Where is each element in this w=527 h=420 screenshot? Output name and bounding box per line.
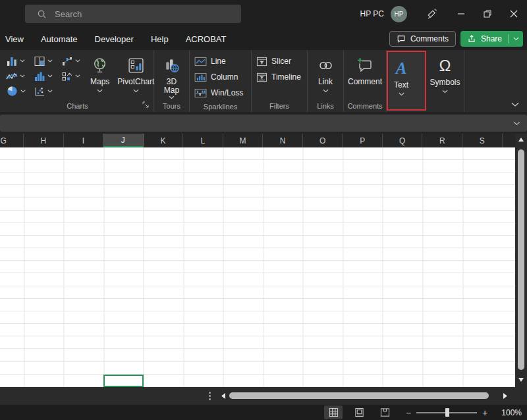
page-layout-view-button[interactable] — [350, 406, 368, 419]
group-comments: Comment Comments — [344, 50, 387, 112]
column-header-I[interactable]: I — [64, 134, 104, 147]
chevron-down-icon — [323, 89, 329, 93]
scroll-right-icon[interactable] — [503, 393, 507, 399]
link-button[interactable]: Link — [314, 52, 338, 99]
column-header-L[interactable]: L — [183, 134, 223, 147]
globe-icon — [91, 55, 109, 76]
links-group-label: Links — [317, 102, 334, 110]
comments-group-label: Comments — [347, 102, 382, 110]
page-break-preview-button[interactable] — [375, 406, 394, 419]
zoom-level[interactable]: 100% — [497, 408, 522, 417]
sparkline-column-button[interactable]: Column — [192, 69, 246, 85]
share-split-divider — [508, 34, 509, 43]
scrollbar-resize-handle[interactable] — [208, 390, 212, 402]
selected-cell[interactable] — [103, 375, 144, 387]
slicer-button[interactable]: Slicer — [254, 53, 304, 69]
sparkline-line-label: Line — [211, 57, 226, 66]
group-charts: Maps PivotChart Charts — [1, 50, 154, 112]
share-button[interactable]: Share — [460, 31, 523, 47]
scroll-up-icon[interactable] — [518, 138, 524, 142]
horizontal-scrollbar-thumb[interactable] — [229, 392, 489, 399]
comments-button-label: Comments — [410, 34, 449, 43]
comment-button[interactable]: Comment — [344, 52, 386, 99]
column-header-H[interactable]: H — [24, 134, 64, 147]
maps-button[interactable]: Maps — [86, 52, 113, 99]
insert-scatter-chart-button[interactable] — [31, 84, 59, 99]
insert-hierarchy-chart-button[interactable] — [31, 53, 59, 68]
column-header-Q[interactable]: Q — [383, 134, 423, 147]
column-header-R[interactable]: R — [423, 134, 463, 147]
column-headers: GHIJKLMNOPQRS — [0, 134, 515, 147]
coming-soon-button[interactable] — [422, 4, 441, 24]
search-box[interactable] — [25, 5, 241, 23]
scroll-down-icon[interactable] — [518, 378, 524, 382]
restore-button[interactable] — [477, 4, 498, 24]
group-sparklines: Line Column Win/Loss Sparklines — [190, 50, 252, 112]
share-icon — [467, 34, 476, 43]
sparkline-line-icon — [194, 57, 207, 66]
page-break-preview-icon — [380, 407, 390, 417]
minimize-button[interactable] — [451, 4, 472, 24]
insert-line-chart-button[interactable] — [3, 68, 31, 84]
zoom-slider[interactable] — [416, 408, 477, 417]
insert-waterfall-chart-button[interactable] — [59, 53, 86, 68]
timeline-button[interactable]: Timeline — [254, 69, 304, 85]
insert-statistic-chart-button[interactable] — [31, 68, 59, 84]
3d-map-button[interactable]: 3D Map — [159, 52, 184, 99]
text-label: Text — [394, 81, 408, 90]
text-button[interactable]: A Text — [390, 54, 412, 109]
normal-view-button[interactable] — [324, 406, 343, 419]
chevron-down-icon — [133, 89, 139, 93]
scroll-left-icon[interactable] — [221, 393, 225, 399]
column-header-S[interactable]: S — [462, 134, 503, 147]
chevron-down-icon[interactable] — [513, 37, 519, 41]
symbols-button[interactable]: Ω Symbols — [426, 52, 464, 99]
timeline-label: Timeline — [271, 72, 301, 82]
sparklines-group-label: Sparklines — [204, 103, 237, 111]
insert-combo-chart-button[interactable] — [59, 68, 86, 84]
sparkline-column-label: Column — [211, 72, 238, 82]
tab-automate[interactable]: Automate — [41, 34, 78, 44]
tab-developer[interactable]: Developer — [95, 34, 134, 44]
column-header-K[interactable]: K — [144, 134, 184, 147]
histogram-chart-icon — [34, 70, 45, 82]
sparkline-winloss-button[interactable]: Win/Loss — [192, 85, 246, 101]
tab-view[interactable]: View — [5, 34, 24, 44]
3d-map-label: 3D Map — [161, 78, 183, 95]
avatar[interactable]: HP — [391, 6, 407, 22]
group-filters: Slicer Timeline Filters — [252, 50, 308, 112]
zoom-out-button[interactable]: − — [403, 407, 414, 418]
insert-column-chart-button[interactable] — [3, 53, 31, 68]
column-header-J[interactable]: J — [103, 134, 144, 147]
search-icon — [37, 9, 47, 19]
column-header-P[interactable]: P — [343, 134, 383, 147]
collapse-ribbon-icon[interactable] — [511, 102, 519, 107]
search-input[interactable] — [55, 9, 213, 19]
pie-chart-icon — [6, 85, 18, 97]
zoom-in-button[interactable]: + — [480, 407, 490, 418]
tab-help[interactable]: Help — [151, 34, 169, 44]
column-header-G[interactable]: G — [0, 134, 24, 147]
sparkline-line-button[interactable]: Line — [192, 53, 246, 69]
restore-icon — [484, 10, 491, 18]
chevron-down-icon — [97, 89, 103, 93]
insert-pie-chart-button[interactable] — [3, 84, 31, 99]
close-button[interactable] — [503, 4, 524, 24]
charts-group-label: Charts — [67, 102, 88, 110]
sheet-grid[interactable] — [0, 147, 515, 387]
column-header-N[interactable]: N — [263, 134, 303, 147]
column-header-O[interactable]: O — [303, 134, 343, 147]
comments-button[interactable]: Comments — [389, 31, 456, 47]
tours-group-label: Tours — [163, 102, 180, 110]
vertical-scrollbar-thumb[interactable] — [518, 149, 524, 370]
share-button-label: Share — [481, 34, 502, 43]
charts-dialog-launcher-icon[interactable] — [141, 100, 150, 109]
formula-bar[interactable] — [0, 115, 527, 132]
filters-group-label: Filters — [269, 102, 289, 110]
tab-acrobat[interactable]: ACROBAT — [186, 34, 227, 44]
zoom-slider-thumb[interactable] — [445, 408, 449, 417]
pivotchart-button[interactable]: PivotChart — [113, 52, 158, 99]
formula-bar-expand-icon[interactable] — [513, 121, 520, 126]
vertical-scrollbar[interactable] — [515, 134, 527, 387]
column-header-M[interactable]: M — [223, 134, 264, 147]
